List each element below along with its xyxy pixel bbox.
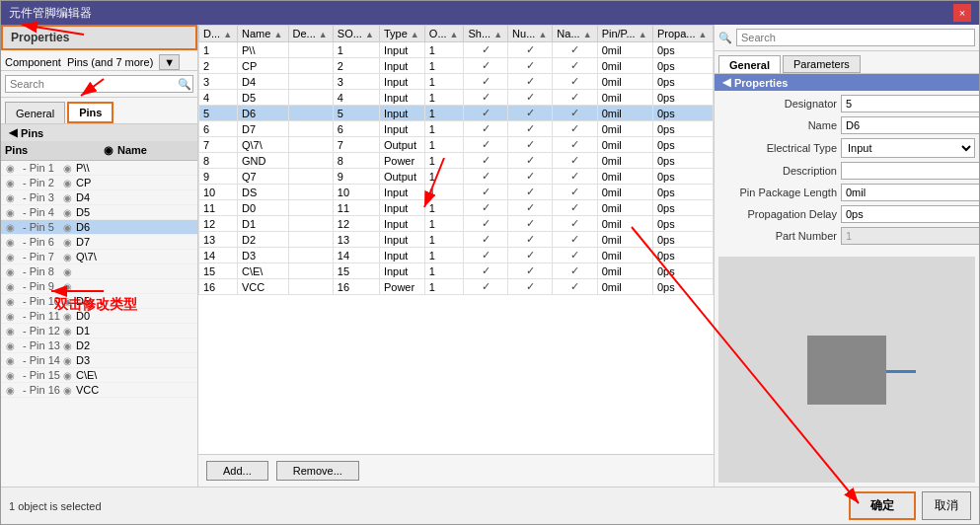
table-column-header[interactable]: SO... ▲ — [333, 26, 379, 42]
tab-parameters[interactable]: Parameters — [783, 55, 861, 73]
table-row[interactable]: 11D011Input1✓✓✓0mil0ps — [199, 200, 714, 216]
table-cell: ✓ — [508, 74, 553, 90]
table-cell: D2 — [238, 232, 289, 248]
remove-button[interactable]: Remove... — [276, 461, 359, 481]
table-column-header[interactable]: Name ▲ — [238, 26, 289, 42]
table-row[interactable]: 9Q79Output1✓✓✓0mil0ps — [199, 169, 714, 185]
table-column-header[interactable]: Type ▲ — [379, 26, 424, 42]
filter-button[interactable]: ▼ — [159, 54, 180, 70]
close-button[interactable]: × — [953, 4, 971, 22]
table-cell: 1 — [199, 42, 238, 58]
pin-list-row[interactable]: ◉ - Pin 2 ◉ CP — [1, 176, 197, 190]
pin-list-row[interactable]: ◉ - Pin 15 ◉ C\E\ — [1, 368, 197, 383]
table-cell: 0mil — [597, 90, 652, 106]
table-cell: 1 — [424, 90, 464, 106]
table-cell: Input — [379, 232, 424, 248]
designator-input[interactable] — [841, 95, 979, 112]
pin-list-row[interactable]: ◉ - Pin 7 ◉ Q\7\ — [1, 250, 197, 264]
table-column-header[interactable]: Pin/P... ▲ — [597, 26, 652, 42]
table-cell: Q7 — [238, 169, 289, 185]
pin-list-row[interactable]: ◉ - Pin 5 ◉ D6 — [1, 220, 197, 235]
table-cell: Input — [379, 58, 424, 74]
table-row[interactable]: 6D76Input1✓✓✓0mil0ps — [199, 121, 714, 137]
table-cell: Input — [379, 74, 424, 90]
part-number-input[interactable] — [841, 227, 979, 245]
table-cell: 0ps — [652, 137, 713, 153]
table-column-header[interactable]: D... ▲ — [199, 26, 238, 42]
sort-arrow: ▲ — [411, 30, 419, 39]
pin-name: ◉ CP — [63, 177, 197, 188]
table-cell: ✓ — [553, 42, 597, 58]
table-cell: 9 — [333, 169, 379, 185]
properties-section-header[interactable]: ◀ Properties — [715, 74, 979, 91]
table-cell: ✓ — [553, 263, 597, 279]
sort-arrow: ▲ — [223, 30, 232, 39]
table-row[interactable]: 1P\\1Input1✓✓✓0mil0ps — [199, 42, 714, 58]
table-row[interactable]: 14D314Input1✓✓✓0mil0ps — [199, 248, 714, 263]
check-icon: ✓ — [526, 122, 535, 134]
right-search-input[interactable] — [736, 29, 975, 46]
table-row[interactable]: 13D213Input1✓✓✓0mil0ps — [199, 232, 714, 248]
pin-list-row[interactable]: ◉ - Pin 10 ◉ D5 — [1, 294, 197, 309]
table-column-header[interactable]: Na... ▲ — [553, 26, 597, 42]
pin-list-row[interactable]: ◉ - Pin 16 ◉ VCC — [1, 383, 197, 398]
pin-list-row[interactable]: ◉ - Pin 12 ◉ D1 — [1, 324, 197, 338]
check-icon: ✓ — [570, 59, 579, 71]
pin-list-row[interactable]: ◉ - Pin 13 ◉ D2 — [1, 338, 197, 353]
pin-list-row[interactable]: ◉ - Pin 9 ◉ — [1, 279, 197, 294]
pins-section-header[interactable]: ◀ Pins — [1, 124, 197, 141]
table-cell: 0mil — [597, 169, 652, 185]
table-column-header[interactable]: Nu... ▲ — [508, 26, 553, 42]
table-row[interactable]: 16VCC16Power1✓✓✓0mil0ps — [199, 279, 714, 295]
pin-list-row[interactable]: ◉ - Pin 8 ◉ — [1, 264, 197, 279]
table-row[interactable]: 8GND8Power1✓✓✓0mil0ps — [199, 153, 714, 169]
pin-list-row[interactable]: ◉ - Pin 14 ◉ D3 — [1, 353, 197, 368]
search-icon: 🔍 — [178, 78, 191, 91]
table-row[interactable]: 4D54Input1✓✓✓0mil0ps — [199, 90, 714, 106]
electrical-type-select[interactable]: Input Output Power Passive — [841, 138, 975, 158]
add-button[interactable]: Add... — [206, 461, 268, 481]
propagation-delay-input[interactable] — [841, 205, 979, 223]
table-column-header[interactable]: De... ▲ — [288, 26, 333, 42]
right-tabs: General Parameters — [715, 51, 979, 74]
pin-eye-icon: ◉ — [1, 385, 19, 396]
table-row[interactable]: 7Q\7\7Output1✓✓✓0mil0ps — [199, 137, 714, 153]
pin-package-length-input[interactable] — [841, 184, 979, 201]
pin-list-row[interactable]: ◉ - Pin 3 ◉ D4 — [1, 190, 197, 205]
table-column-header[interactable]: Sh... ▲ — [464, 26, 508, 42]
table-row[interactable]: 3D43Input1✓✓✓0mil0ps — [199, 74, 714, 90]
pin-number: - Pin 11 — [19, 310, 63, 322]
pin-list-row[interactable]: ◉ - Pin 11 ◉ D0 — [1, 309, 197, 324]
table-cell: Input — [379, 216, 424, 232]
table-row[interactable]: 15C\E\15Input1✓✓✓0mil0ps — [199, 263, 714, 279]
tab-general-right[interactable]: General — [718, 55, 781, 73]
table-row[interactable]: 5D65Input1✓✓✓0mil0ps — [199, 106, 714, 121]
table-row[interactable]: 2CP2Input1✓✓✓0mil0ps — [199, 58, 714, 74]
tab-general[interactable]: General — [5, 102, 65, 123]
table-row[interactable]: 12D112Input1✓✓✓0mil0ps — [199, 216, 714, 232]
left-search-input[interactable] — [5, 75, 193, 93]
pin-list-row[interactable]: ◉ - Pin 6 ◉ D7 — [1, 235, 197, 250]
pin-list-row[interactable]: ◉ - Pin 1 ◉ P\\ — [1, 161, 197, 176]
table-cell: ✓ — [464, 200, 508, 216]
confirm-button[interactable]: 确定 — [849, 491, 916, 520]
description-input[interactable] — [841, 162, 979, 180]
table-cell — [288, 169, 333, 185]
pin-number: - Pin 1 — [19, 162, 63, 174]
name-input[interactable] — [841, 116, 979, 134]
tab-pins[interactable]: Pins — [67, 102, 113, 123]
table-column-header[interactable]: O... ▲ — [424, 26, 464, 42]
table-column-header[interactable]: Propa... ▲ — [652, 26, 713, 42]
check-icon: ✓ — [526, 43, 535, 55]
table-cell: ✓ — [464, 58, 508, 74]
table-cell: Input — [379, 248, 424, 263]
check-icon: ✓ — [482, 122, 490, 134]
table-row[interactable]: 10DS10Input1✓✓✓0mil0ps — [199, 185, 714, 200]
cancel-button[interactable]: 取消 — [922, 491, 971, 520]
table-cell: ✓ — [464, 74, 508, 90]
search-icon-right: 🔍 — [718, 32, 732, 44]
pin-list-row[interactable]: ◉ - Pin 4 ◉ D5 — [1, 205, 197, 220]
table-cell: 4 — [199, 90, 238, 106]
pin-name-eye: ◉ — [63, 385, 72, 396]
table-cell: 14 — [199, 248, 238, 263]
